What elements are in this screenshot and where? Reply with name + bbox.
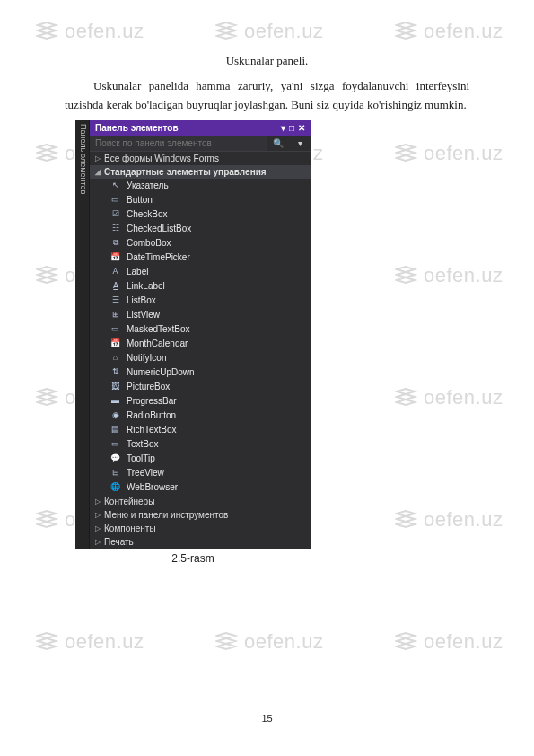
control-icon: ↖ bbox=[109, 180, 121, 191]
control-icon: ⇅ bbox=[109, 367, 121, 378]
toolbox-item-label: ProgressBar bbox=[127, 395, 177, 407]
toolbox-item[interactable]: ⇅NumericUpDown bbox=[90, 365, 311, 380]
control-icon: ▭ bbox=[109, 195, 121, 206]
toolbox-item[interactable]: ALabel bbox=[90, 265, 311, 279]
control-icon: ◉ bbox=[109, 410, 121, 421]
toolbox-item-label: Указатель bbox=[127, 180, 169, 191]
group-label: Контейнеры bbox=[104, 497, 154, 506]
page-number: 15 bbox=[0, 713, 534, 724]
control-icon: ☷ bbox=[109, 224, 121, 234]
toolbox-item[interactable]: ⌂NotifyIcon bbox=[90, 351, 311, 365]
chevron-right-icon: ▷ bbox=[95, 497, 101, 505]
control-icon: 🖼 bbox=[109, 382, 121, 392]
toolbox-item[interactable]: ☑CheckBox bbox=[90, 207, 311, 222]
group-collapsed[interactable]: ▷Компоненты bbox=[90, 522, 311, 535]
toolbox-item[interactable]: ↖Указатель bbox=[90, 179, 311, 193]
control-icon: ☑ bbox=[109, 209, 121, 220]
toolbox-item[interactable]: ⊟TreeView bbox=[90, 466, 311, 480]
trailing-groups: ▷Контейнеры▷Меню и панели инструментов▷К… bbox=[90, 495, 311, 549]
control-icon: ⊞ bbox=[109, 310, 121, 321]
dropdown-icon[interactable]: ▾ bbox=[281, 123, 285, 133]
toolbox-item-label: CheckedListBox bbox=[127, 223, 191, 234]
figure-caption: 2.5-rasm bbox=[65, 552, 321, 565]
toolbox-item[interactable]: A̲LinkLabel bbox=[90, 279, 311, 294]
toolbox-item[interactable]: 🖼PictureBox bbox=[90, 380, 311, 394]
control-icon: 🌐 bbox=[109, 482, 121, 493]
document-content: Uskunalar paneli. Uskunalar panelida ham… bbox=[0, 0, 534, 601]
group-label: Печать bbox=[104, 537, 134, 547]
control-icon: A bbox=[109, 267, 121, 277]
control-icon: ▬ bbox=[109, 396, 121, 407]
toolbox-item-label: NotifyIcon bbox=[127, 352, 166, 364]
chevron-down-icon: ◢ bbox=[95, 168, 101, 176]
toolbox-item[interactable]: ▭Button bbox=[90, 193, 311, 207]
toolbox-item[interactable]: ▤RichTextBox bbox=[90, 423, 311, 437]
group-collapsed[interactable]: ▷Меню и панели инструментов bbox=[90, 508, 311, 522]
chevron-right-icon: ▷ bbox=[95, 524, 101, 532]
control-icon: ☰ bbox=[109, 295, 121, 306]
toolbox-item-label: TreeView bbox=[127, 467, 164, 479]
control-icon: 📅 bbox=[109, 252, 121, 263]
control-icon: 📅 bbox=[109, 338, 121, 349]
chevron-right-icon: ▷ bbox=[95, 538, 101, 546]
control-icon: ▤ bbox=[109, 425, 121, 435]
toolbox-item-label: MaskedTextBox bbox=[127, 323, 190, 335]
control-icon: ⧉ bbox=[109, 238, 121, 249]
toolbox-item-label: RichTextBox bbox=[127, 424, 177, 435]
group-standard-controls[interactable]: ◢ Стандартные элементы управления bbox=[90, 165, 311, 179]
group-collapsed[interactable]: ▷Печать bbox=[90, 535, 311, 549]
toolbox-item[interactable]: ▭MaskedTextBox bbox=[90, 322, 311, 337]
pin-icon[interactable]: □ bbox=[289, 123, 294, 133]
toolbox-item-label: PictureBox bbox=[127, 381, 170, 392]
toolbox-item[interactable]: 📅DateTimePicker bbox=[90, 251, 311, 265]
search-icon[interactable]: 🔍 bbox=[267, 138, 289, 148]
close-icon[interactable]: ✕ bbox=[298, 123, 305, 133]
toolbox-item[interactable]: ☷CheckedListBox bbox=[90, 222, 311, 236]
toolbox-item[interactable]: 🌐WebBrowser bbox=[90, 480, 311, 495]
toolbox-item-label: TextBox bbox=[127, 438, 159, 450]
chevron-right-icon: ▷ bbox=[95, 154, 101, 163]
toolbox-item-label: DateTimePicker bbox=[127, 251, 190, 263]
items-list: ↖Указатель▭Button☑CheckBox☷CheckedListBo… bbox=[90, 179, 311, 495]
group-collapsed[interactable]: ▷Контейнеры bbox=[90, 495, 311, 508]
group-all-winforms[interactable]: ▷ Все формы Windows Forms bbox=[90, 152, 311, 165]
side-tab[interactable]: Панель элементов bbox=[75, 120, 90, 549]
toolbox-item-label: MonthCalendar bbox=[127, 338, 188, 349]
toolbox-item-label: WebBrowser bbox=[127, 481, 178, 493]
toolbox-item-label: CheckBox bbox=[127, 208, 168, 220]
control-icon: A̲ bbox=[109, 281, 121, 292]
toolbox-item-label: ComboBox bbox=[127, 237, 171, 249]
toolbox-item-label: Label bbox=[127, 266, 148, 277]
toolbox-item-label: ToolTip bbox=[127, 453, 155, 464]
toolbox-item[interactable]: 📅MonthCalendar bbox=[90, 337, 311, 351]
group-label: Стандартные элементы управления bbox=[104, 167, 267, 177]
panel-header: Панель элементов ▾ □ ✕ bbox=[90, 120, 311, 136]
toolbox-item-label: ListBox bbox=[127, 294, 156, 306]
toolbox-item-label: LinkLabel bbox=[127, 280, 165, 292]
search-dropdown-icon[interactable]: ▾ bbox=[289, 138, 311, 148]
toolbox-item[interactable]: ◉RadioButton bbox=[90, 409, 311, 423]
chevron-right-icon: ▷ bbox=[95, 511, 101, 519]
toolbox-item[interactable]: ▭TextBox bbox=[90, 437, 311, 452]
embedded-screenshot: Панель элементов Панель элементов ▾ □ ✕ … bbox=[75, 120, 311, 549]
toolbox-item-label: NumericUpDown bbox=[127, 366, 195, 378]
toolbox-item[interactable]: ⧉ComboBox bbox=[90, 236, 311, 251]
body-paragraph: Uskunalar panelida hamma zaruriy, ya'ni … bbox=[65, 77, 469, 115]
control-icon: ▭ bbox=[109, 439, 121, 450]
control-icon: ⊟ bbox=[109, 468, 121, 479]
section-title: Uskunalar paneli. bbox=[65, 54, 469, 68]
toolbox-item-label: ListView bbox=[127, 309, 160, 321]
toolbox-item[interactable]: 💬ToolTip bbox=[90, 452, 311, 466]
toolbox-panel: Панель элементов ▾ □ ✕ 🔍 ▾ ▷ Все формы W… bbox=[90, 120, 311, 549]
control-icon: 💬 bbox=[109, 453, 121, 464]
panel-title: Панель элементов bbox=[95, 123, 179, 133]
search-input[interactable] bbox=[90, 136, 267, 151]
toolbox-item[interactable]: ⊞ListView bbox=[90, 308, 311, 322]
toolbox-item-label: Button bbox=[127, 194, 153, 206]
group-label: Компоненты bbox=[104, 523, 156, 533]
toolbox-item[interactable]: ▬ProgressBar bbox=[90, 394, 311, 409]
toolbox-item[interactable]: ☰ListBox bbox=[90, 294, 311, 308]
group-label: Меню и панели инструментов bbox=[104, 510, 228, 520]
control-icon: ⌂ bbox=[109, 353, 121, 364]
control-icon: ▭ bbox=[109, 324, 121, 335]
